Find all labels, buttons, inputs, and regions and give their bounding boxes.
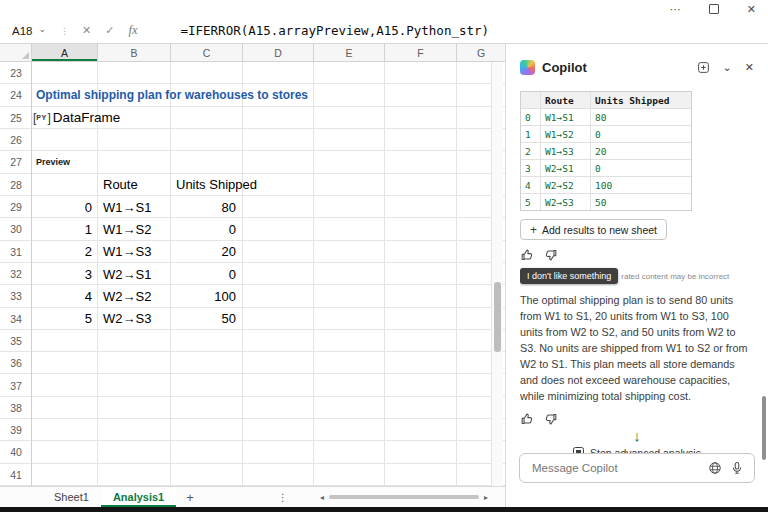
cell-C34[interactable]: 50 [171,308,243,330]
row-header[interactable]: 23 [0,62,32,84]
row-header[interactable]: 38 [0,397,32,419]
cell-C31[interactable]: 20 [171,241,243,263]
enter-button[interactable]: ✓ [98,24,121,37]
tab-options-icon[interactable]: ⋮ [270,487,296,507]
cell-C33[interactable]: 100 [171,285,243,307]
namebox-resize-handle[interactable]: ⋮ [54,26,75,36]
copilot-summary-text: The optimal shipping plan is to send 80 … [520,292,754,404]
table-row: 3 W2→S1 0 [521,160,691,177]
thumbs-up-button[interactable] [520,412,534,426]
table-cell: 50 [591,194,691,210]
column-header-c[interactable]: C [171,44,243,61]
sheet-tab-bar: Sheet1 Analysis1 + ⋮ ◂ ▸ [0,486,505,507]
column-header-e[interactable]: E [314,44,385,61]
cell-B31[interactable]: W1→S3 [98,241,171,263]
table-row: 1 W1→S2 0 [521,126,691,143]
row-header[interactable]: 41 [0,464,32,486]
cancel-button[interactable]: ✕ [75,24,98,37]
thumbs-down-button[interactable] [544,248,558,262]
insert-function-button[interactable]: fx [121,23,144,38]
select-all-corner[interactable] [0,44,32,61]
route-value: W2→S2 [98,289,151,304]
horizontal-scrollbar[interactable]: ◂ ▸ [317,487,505,507]
cell-C29[interactable]: 80 [171,196,243,218]
grid-row-29: 0 W1→S1 80 [0,196,243,218]
thumbs-up-button[interactable] [520,248,534,262]
cell-A29[interactable]: 0 [32,196,98,218]
cell-B28[interactable]: Route [98,174,171,196]
cell-A32[interactable]: 3 [32,263,98,285]
more-options-icon[interactable]: ⋯ [670,3,681,16]
cell-B34[interactable]: W2→S3 [98,308,171,330]
add-results-button[interactable]: + Add results to new sheet [520,219,667,240]
titlebar: ⋯ ✕ [0,0,768,18]
vertical-scrollbar-thumb[interactable] [494,282,501,352]
column-header-a[interactable]: A [32,44,98,61]
cell-A25[interactable]: [ PY ] DataFrame [32,107,120,129]
sheet-tab-sheet1[interactable]: Sheet1 [42,487,101,507]
column-header-b[interactable]: B [98,44,171,61]
horizontal-scroll-track[interactable] [327,492,481,502]
horizontal-scrollbar-thumb[interactable] [329,495,479,499]
cell-A33[interactable]: 4 [32,285,98,307]
close-window-icon[interactable]: ✕ [747,3,756,16]
column-header-g[interactable]: G [457,44,505,61]
sheet-tab-analysis1[interactable]: Analysis1 [101,487,176,507]
chevron-down-icon[interactable]: ⌄ [38,24,46,34]
column-header-d[interactable]: D [243,44,314,61]
cell-B33[interactable]: W2→S2 [98,285,171,307]
panel-close-icon[interactable]: ✕ [745,61,754,74]
table-cell: 100 [591,177,691,193]
name-box[interactable]: A18 ⌄ [0,18,54,43]
panel-chevron-down-icon[interactable]: ⌄ [723,61,732,74]
table-row: 0 W1→S1 80 [521,109,691,126]
cell-C28[interactable]: Units Shipped [171,174,243,196]
cell-B30[interactable]: W1→S2 [98,218,171,240]
scroll-left-icon[interactable]: ◂ [317,493,327,502]
panel-scrollbar-thumb[interactable] [762,396,766,460]
grid-row-28: Route Units Shipped [0,174,243,196]
cell-B29[interactable]: W1→S1 [98,196,171,218]
grid-area[interactable]: 23 24 25 26 27 28 29 30 31 32 33 34 35 3… [0,62,505,487]
row-header[interactable]: 39 [0,419,32,441]
new-chat-icon[interactable] [697,61,710,74]
name-box-value[interactable]: A18 [12,25,32,37]
scroll-right-icon[interactable]: ▸ [481,493,491,502]
table-cell: 5 [521,194,541,210]
cell-A24[interactable]: Optimal shipping plan for warehouses to … [32,84,98,106]
row-header[interactable]: 35 [0,330,32,352]
thumbs-down-button[interactable] [544,412,558,426]
microphone-icon[interactable] [730,461,744,475]
units-value: 80 [171,200,243,215]
cell-C32[interactable]: 0 [171,263,243,285]
table-cell: W1→S3 [541,143,591,159]
table-cell: W1→S1 [541,109,591,125]
add-sheet-button[interactable]: + [176,487,204,507]
table-row: 2 W1→S3 20 [521,143,691,160]
cell-A27[interactable]: Preview [32,151,98,173]
row-index: 4 [32,289,98,304]
cell-C30[interactable]: 0 [171,218,243,240]
message-input[interactable] [530,461,700,475]
column-header-f[interactable]: F [385,44,457,61]
row-header[interactable]: 37 [0,374,32,396]
vertical-scrollbar[interactable] [491,62,503,487]
scroll-to-bottom-icon[interactable]: ↓ [520,428,754,444]
web-icon[interactable] [708,461,722,475]
grid-row-33: 4 W2→S2 100 [0,285,243,307]
preview-label: Preview [32,157,70,167]
cell-A34[interactable]: 5 [32,308,98,330]
row-header[interactable]: 26 [0,129,32,151]
copilot-message-box[interactable] [519,453,755,483]
units-value: 50 [171,311,243,326]
column-headers: A B C D E F G [0,44,505,62]
cell-A31[interactable]: 2 [32,241,98,263]
route-value: W1→S3 [98,244,151,259]
restore-window-icon[interactable] [709,4,719,14]
cell-B32[interactable]: W2→S1 [98,263,171,285]
formula-input[interactable]: =IFERROR(A15.arrayPreview,A15.Python_str… [180,23,489,38]
row-header[interactable]: 40 [0,441,32,463]
table-header-row: Route Units Shipped [521,92,691,109]
cell-A30[interactable]: 1 [32,218,98,240]
row-header[interactable]: 36 [0,352,32,374]
